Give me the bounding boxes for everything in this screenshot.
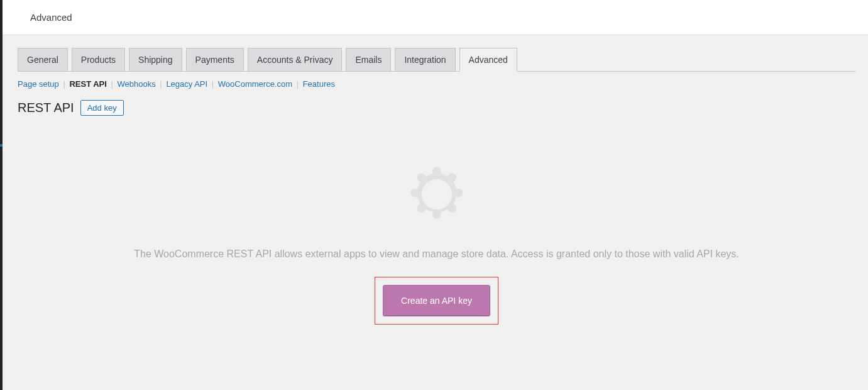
subnav-separator: | (160, 79, 162, 89)
tab-accounts-privacy[interactable]: Accounts & Privacy (248, 48, 343, 72)
subnav-webhooks[interactable]: Webhooks (118, 79, 156, 89)
subnav-separator: | (212, 79, 214, 89)
subnav-legacy-api[interactable]: Legacy API (166, 79, 207, 89)
create-api-key-button[interactable]: Create an API key (383, 285, 490, 316)
tab-general[interactable]: General (18, 48, 68, 72)
sidebar-active-indicator (0, 144, 3, 147)
page-topbar: Advanced (3, 0, 868, 35)
gear-icon (402, 160, 471, 229)
subnav-woocommerce-com[interactable]: WooCommerce.com (218, 79, 292, 89)
subnav-features[interactable]: Features (303, 79, 335, 89)
section-header: REST API Add key (18, 100, 855, 116)
tab-shipping[interactable]: Shipping (129, 48, 182, 72)
cta-highlight-wrap: Create an API key (375, 277, 498, 325)
advanced-subnav: Page setup | REST API | Webhooks | Legac… (18, 79, 855, 89)
empty-state-description: The WooCommerce REST API allows external… (18, 247, 855, 262)
tab-integration[interactable]: Integration (395, 48, 455, 72)
section-title: REST API (18, 101, 74, 115)
tab-products[interactable]: Products (72, 48, 125, 72)
tab-advanced[interactable]: Advanced (459, 48, 517, 72)
add-key-button[interactable]: Add key (80, 100, 124, 116)
subnav-page-setup[interactable]: Page setup (18, 79, 59, 89)
tab-emails[interactable]: Emails (346, 48, 391, 72)
empty-state: The WooCommerce REST API allows external… (18, 128, 855, 325)
subnav-separator: | (297, 79, 299, 89)
subnav-separator: | (111, 79, 113, 89)
content-area: General Products Shipping Payments Accou… (3, 35, 868, 325)
tab-payments[interactable]: Payments (186, 48, 244, 72)
subnav-separator: | (63, 79, 65, 89)
settings-tabs: General Products Shipping Payments Accou… (18, 48, 855, 72)
subnav-rest-api[interactable]: REST API (69, 79, 106, 89)
admin-sidebar-stub (0, 0, 3, 390)
svg-point-0 (421, 179, 451, 209)
topbar-title: Advanced (30, 12, 72, 23)
